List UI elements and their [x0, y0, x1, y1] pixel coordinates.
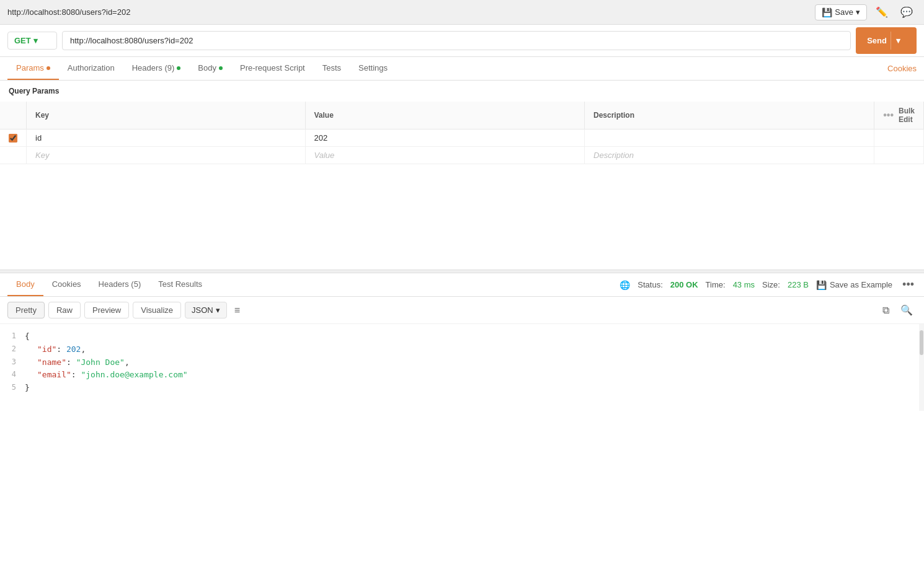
tab-headers-label: Headers (9) — [132, 63, 175, 72]
save-example-label: Save as Example — [830, 280, 892, 289]
filter-icon-button[interactable]: ≡ — [231, 302, 244, 318]
code-content-3: "name": "John Doe", — [25, 356, 924, 369]
status-value: 200 OK — [670, 280, 698, 289]
top-bar-actions: 💾 Save ▾ ✏️ 💬 — [815, 4, 917, 20]
copy-icon: ⧉ — [882, 305, 889, 315]
tab-tests[interactable]: Tests — [314, 57, 350, 80]
response-tab-body[interactable]: Body — [7, 273, 43, 296]
empty-desc-placeholder: Description — [593, 151, 634, 160]
table-row: id 202 — [0, 129, 924, 147]
format-tab-visualize[interactable]: Visualize — [133, 302, 181, 318]
empty-key-placeholder: Key — [35, 151, 49, 160]
url-bar: GET ▾ Send ▾ — [0, 25, 924, 57]
format-tab-preview[interactable]: Preview — [84, 302, 129, 318]
tab-headers[interactable]: Headers (9) — [123, 57, 190, 80]
query-params-header: Query Params — [0, 81, 924, 102]
tab-body[interactable]: Body — [189, 57, 231, 80]
format-tab-pretty[interactable]: Pretty — [7, 302, 45, 318]
json-format-label: JSON — [192, 305, 213, 315]
headers-dot — [177, 66, 180, 70]
status-label: Status: — [637, 280, 662, 289]
format-pretty-label: Pretty — [16, 305, 37, 315]
params-section: Query Params Key Value Description ••• B… — [0, 81, 924, 164]
send-dropdown-icon[interactable]: ▾ — [891, 32, 905, 50]
params-dot — [47, 66, 50, 70]
response-tab-test-results[interactable]: Test Results — [149, 273, 211, 296]
search-icon-button[interactable]: 🔍 — [897, 302, 917, 318]
param-description-cell[interactable] — [585, 129, 874, 147]
query-params-title: Query Params — [9, 87, 59, 95]
tab-params[interactable]: Params — [7, 57, 59, 80]
table-row-empty: Key Value Description — [0, 147, 924, 164]
tab-authorization[interactable]: Authorization — [59, 57, 123, 80]
code-line-2: 2 "id": 202, — [0, 343, 924, 356]
scrollbar-track[interactable] — [919, 324, 924, 411]
line-num-5: 5 — [0, 382, 25, 393]
copy-icon-button[interactable]: ⧉ — [879, 302, 893, 318]
tab-authorization-label: Authorization — [68, 63, 115, 72]
chat-icon-button[interactable]: 💬 — [897, 4, 917, 20]
format-tab-raw[interactable]: Raw — [48, 302, 81, 318]
edit-icon: ✏️ — [876, 7, 888, 17]
method-selector[interactable]: GET ▾ — [7, 32, 57, 50]
url-input[interactable] — [62, 31, 851, 50]
save-button[interactable]: 💾 Save ▾ — [815, 4, 867, 20]
param-checkbox[interactable] — [9, 134, 17, 143]
window-title: http://localhost:8080/users?id=202 — [7, 7, 130, 17]
param-actions-cell — [874, 129, 924, 147]
response-tab-body-label: Body — [16, 279, 35, 289]
response-tab-test-results-label: Test Results — [158, 279, 202, 289]
th-value: Value — [305, 102, 585, 129]
line-num-1: 1 — [0, 330, 25, 342]
params-table: Key Value Description ••• Bulk Edit — [0, 102, 924, 164]
empty-desc-cell[interactable]: Description — [585, 147, 874, 164]
code-content-4: "email": "john.doe@example.com" — [25, 369, 924, 382]
save-as-example-button[interactable]: 💾 Save as Example — [816, 280, 892, 290]
th-key: Key — [27, 102, 306, 129]
param-key-cell[interactable]: id — [27, 129, 306, 147]
filter-icon: ≡ — [234, 305, 240, 315]
tab-settings[interactable]: Settings — [350, 57, 396, 80]
cookies-link[interactable]: Cookies — [887, 64, 917, 73]
format-raw-label: Raw — [56, 305, 73, 315]
response-tabs-bar: Body Cookies Headers (5) Test Results 🌐 … — [0, 273, 924, 297]
scrollbar-thumb[interactable] — [920, 330, 923, 355]
response-code-area: 1 { 2 "id": 202, 3 "name": "John Doe", 4… — [0, 324, 924, 411]
code-content-2: "id": 202, — [25, 343, 924, 356]
body-dot — [219, 66, 223, 70]
json-format-selector[interactable]: JSON ▾ — [185, 302, 227, 318]
code-line-5: 5 } — [0, 382, 924, 395]
empty-space — [0, 164, 924, 270]
tab-pre-request-script-label: Pre-request Script — [240, 63, 305, 72]
chat-icon: 💬 — [900, 7, 913, 17]
code-content-5: } — [25, 382, 924, 395]
format-preview-label: Preview — [92, 305, 121, 315]
line-num-3: 3 — [0, 356, 25, 368]
send-button[interactable]: Send ▾ — [856, 27, 917, 54]
response-tab-cookies[interactable]: Cookies — [43, 273, 90, 296]
param-key: id — [35, 133, 42, 143]
empty-key-cell[interactable]: Key — [27, 147, 306, 164]
format-visualize-label: Visualize — [141, 305, 173, 315]
bulk-edit-button[interactable]: Bulk Edit — [899, 107, 915, 124]
response-section: Body Cookies Headers (5) Test Results 🌐 … — [0, 273, 924, 411]
bulk-edit-more-icon: ••• — [883, 110, 894, 121]
edit-icon-button[interactable]: ✏️ — [872, 4, 892, 20]
param-value: 202 — [314, 133, 328, 143]
th-description: Description — [585, 102, 874, 129]
top-bar: http://localhost:8080/users?id=202 💾 Sav… — [0, 0, 924, 25]
response-tab-cookies-label: Cookies — [52, 279, 81, 289]
empty-value-cell[interactable]: Value — [305, 147, 585, 164]
empty-actions-cell — [874, 147, 924, 164]
param-value-cell[interactable]: 202 — [305, 129, 585, 147]
response-meta: 🌐 Status: 200 OK Time: 43 ms Size: 223 B… — [620, 278, 917, 291]
time-value: 43 ms — [733, 280, 755, 289]
json-format-dropdown-icon: ▾ — [216, 305, 220, 315]
response-tab-headers-label: Headers (5) — [99, 279, 141, 289]
tab-tests-label: Tests — [322, 63, 341, 72]
save-label: Save — [835, 7, 853, 17]
response-more-button[interactable]: ••• — [900, 278, 917, 291]
tab-pre-request-script[interactable]: Pre-request Script — [231, 57, 314, 80]
response-tab-headers[interactable]: Headers (5) — [90, 273, 150, 296]
param-checkbox-cell — [0, 129, 27, 147]
